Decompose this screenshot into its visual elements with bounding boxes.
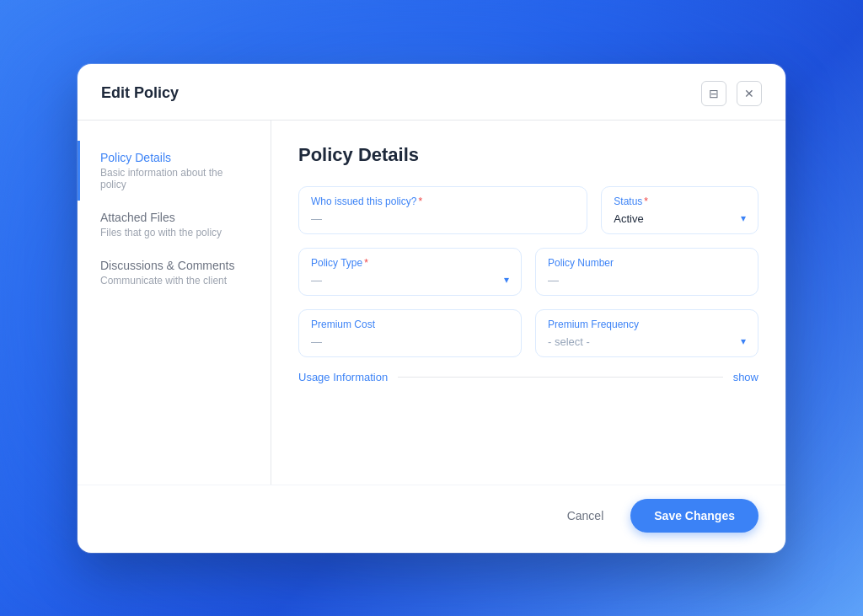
policy-number-value: — xyxy=(548,274,746,287)
sidebar-item-policy-details-subtitle: Basic information about the policy xyxy=(100,167,250,190)
section-title: Policy Details xyxy=(298,144,758,166)
sidebar-item-discussions-title: Discussions & Comments xyxy=(100,259,250,272)
sidebar-item-attached-files-subtitle: Files that go with the policy xyxy=(100,227,250,238)
sidebar: Policy Details Basic information about t… xyxy=(78,121,271,485)
modal-header: Edit Policy ⊟ ✕ xyxy=(78,64,785,121)
header-actions: ⊟ ✕ xyxy=(701,81,762,106)
sidebar-item-policy-details-title: Policy Details xyxy=(100,151,250,164)
save-changes-button[interactable]: Save Changes xyxy=(630,499,758,533)
policy-type-chevron-icon: ▾ xyxy=(504,274,509,286)
status-field[interactable]: Status* Active ▾ xyxy=(601,186,758,234)
status-value: Active xyxy=(614,212,643,225)
premium-frequency-label: Premium Frequency xyxy=(548,319,746,330)
premium-cost-value: — xyxy=(311,335,509,348)
form-row-2: Policy Type* — ▾ Policy Number — xyxy=(298,248,758,296)
policy-type-value: — xyxy=(311,274,322,287)
cancel-button[interactable]: Cancel xyxy=(554,501,618,531)
issued-by-required: * xyxy=(418,196,422,207)
issued-by-label: Who issued this policy?* xyxy=(311,196,575,207)
sidebar-item-policy-details[interactable]: Policy Details Basic information about t… xyxy=(78,141,271,201)
close-button[interactable]: ✕ xyxy=(737,81,762,106)
usage-label: Usage Information xyxy=(298,371,388,383)
modal-title: Edit Policy xyxy=(101,84,179,102)
main-content: Policy Details Who issued this policy?* … xyxy=(271,121,785,485)
edit-policy-modal: Edit Policy ⊟ ✕ Policy Details Basic inf… xyxy=(78,64,785,553)
modal-footer: Cancel Save Changes xyxy=(78,485,785,553)
policy-type-required: * xyxy=(364,257,368,269)
minimize-button[interactable]: ⊟ xyxy=(701,81,726,106)
status-select[interactable]: Active ▾ xyxy=(614,212,746,225)
modal-body: Policy Details Basic information about t… xyxy=(78,121,785,485)
sidebar-item-attached-files-title: Attached Files xyxy=(100,211,250,224)
close-icon: ✕ xyxy=(744,87,754,100)
sidebar-item-attached-files[interactable]: Attached Files Files that go with the po… xyxy=(78,201,271,249)
form-row-1: Who issued this policy?* — Status* Activ… xyxy=(298,186,758,234)
usage-section: Usage Information show xyxy=(298,371,758,383)
minimize-icon: ⊟ xyxy=(709,87,719,100)
policy-number-field[interactable]: Policy Number — xyxy=(535,248,758,296)
usage-divider xyxy=(398,377,722,378)
form-row-3: Premium Cost — Premium Frequency - selec… xyxy=(298,309,758,357)
status-label: Status* xyxy=(614,196,746,207)
premium-frequency-chevron-icon: ▾ xyxy=(741,335,746,347)
status-required: * xyxy=(644,196,648,207)
usage-show-button[interactable]: show xyxy=(733,371,758,383)
premium-cost-field[interactable]: Premium Cost — xyxy=(298,309,522,357)
sidebar-item-discussions[interactable]: Discussions & Comments Communicate with … xyxy=(78,249,271,297)
premium-frequency-select[interactable]: - select - ▾ xyxy=(548,335,746,348)
policy-type-field[interactable]: Policy Type* — ▾ xyxy=(298,248,522,296)
issued-by-field[interactable]: Who issued this policy?* — xyxy=(298,186,587,234)
premium-frequency-value: - select - xyxy=(548,335,590,348)
policy-type-label: Policy Type* xyxy=(311,257,509,269)
premium-cost-label: Premium Cost xyxy=(311,319,509,330)
premium-frequency-field[interactable]: Premium Frequency - select - ▾ xyxy=(535,309,758,357)
issued-by-value: — xyxy=(311,212,575,225)
sidebar-item-discussions-subtitle: Communicate with the client xyxy=(100,275,250,287)
status-chevron-icon: ▾ xyxy=(741,212,746,224)
policy-type-select[interactable]: — ▾ xyxy=(311,274,509,287)
policy-number-label: Policy Number xyxy=(548,257,746,269)
